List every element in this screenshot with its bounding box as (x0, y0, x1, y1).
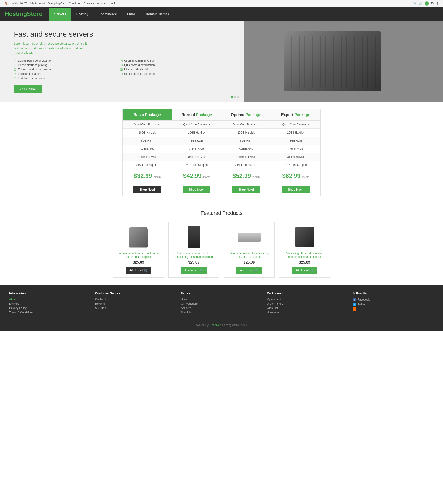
footer-newsletter-link[interactable]: Newsletter (267, 311, 348, 314)
footer-rss-link[interactable]: r RSS (352, 307, 434, 311)
package-optima-button[interactable]: Shop Now! (232, 186, 260, 193)
price-period: /month (302, 176, 309, 178)
add-to-cart-button-3[interactable]: Add to cart 🛒 (236, 267, 262, 274)
hero-dot-3[interactable] (238, 96, 239, 98)
package-feature: Quad Core Processor (123, 121, 172, 129)
hero-title: Fast and secure servers (14, 30, 222, 38)
footer-facebook-link[interactable]: f Facebook (352, 298, 434, 302)
cart-icon[interactable]: 🛒 (419, 2, 423, 5)
logo[interactable]: HostingStore (5, 7, 47, 21)
cart-icon-2: 🛒 (200, 269, 203, 272)
header: HostingStore Servers Hosting Ecommerce E… (0, 7, 443, 21)
package-normal-name: Normal (181, 113, 195, 117)
hero-features: Lorem ipsum dolor sit amet Ut enim ad mi… (14, 59, 222, 80)
footer-privacy-link[interactable]: Privacy Policy (9, 306, 91, 310)
nav-ecommerce[interactable]: Ecommerce (93, 8, 122, 20)
product-visual-3 (238, 233, 261, 242)
package-normal-button[interactable]: Shop Now! (183, 186, 210, 193)
featured-products-section: Featured Products Lorem ipsum dolor sit … (109, 203, 334, 285)
cart-icon-1: 🛒 (144, 269, 148, 272)
product-visual-1 (129, 227, 148, 248)
footer-wish-list-link[interactable]: Wish List (267, 306, 348, 310)
package-feature: Unlimited Mail (271, 153, 321, 161)
package-expert-button[interactable]: Shop Now! (282, 186, 310, 193)
nav-domain-names[interactable]: Domain Names (141, 8, 174, 20)
price-period: /month (202, 176, 210, 178)
feature-item: Elit sed do eiusmod tempor (14, 68, 115, 71)
main-nav: Servers Hosting Ecommerce Email Domain N… (49, 8, 174, 20)
footer-my-account: My Account My Account Order History Wish… (267, 291, 348, 315)
products-grid: Lorem ipsum dolor sit amet conse ctetur … (113, 222, 330, 278)
footer-sitemap-link[interactable]: Site Map (95, 306, 176, 310)
package-feature: Admin Area (271, 145, 321, 153)
product-card-2: Dolor sit amet conse ctetur adipisc-ing … (168, 222, 219, 278)
package-optima-btn-wrap: Shop Now! (222, 183, 271, 196)
hero-dot-1[interactable] (231, 96, 233, 98)
product-image-2 (180, 226, 208, 249)
hero-subtitle: Lorem ipsum dolor sit amet conse ctetur … (14, 41, 92, 55)
footer-gift-vouchers-link[interactable]: Gift Vouchers (181, 302, 262, 306)
footer-about-link[interactable]: About (9, 298, 91, 301)
package-feature: 10GB Hardisk (123, 129, 172, 137)
footer-follow-us: Follow Us f Facebook t Twitter r RSS (352, 291, 434, 315)
add-to-cart-button-2[interactable]: Add to cart 🛒 (181, 267, 206, 274)
hero-shop-now-button[interactable]: Shop Now! (14, 85, 42, 93)
feature-item: Et dolore magna aliqua (14, 77, 115, 80)
package-feature: 8GB Ram (222, 137, 271, 145)
feature-item: Incididunt ut labore (14, 72, 115, 76)
product-price-4: $25.89 (283, 260, 326, 265)
package-feature: 8GB Ram (172, 137, 222, 145)
nav-servers[interactable]: Servers (49, 8, 71, 20)
add-to-cart-button-4[interactable]: Add to cart 🛒 (292, 267, 317, 274)
nav-hosting[interactable]: Hosting (71, 8, 93, 20)
packages-section: Basic Package Quad Core Processor 10GB H… (118, 102, 325, 203)
footer-delivery-link[interactable]: Delivery (9, 302, 91, 306)
product-name-1: Lorem ipsum dolor sit amet conse ctetur … (117, 252, 160, 259)
package-feature: Unlimited Mail (123, 153, 172, 161)
login-link[interactable]: Login (110, 2, 116, 5)
server-image (284, 31, 381, 91)
price-amount: $52.99 (233, 172, 251, 179)
footer-copyright: Hosting Store © 2014. (222, 324, 249, 327)
footer-returns-link[interactable]: Returns (95, 302, 176, 306)
product-name-2: Dolor sit amet conse ctetur adipisc-ing … (172, 252, 215, 259)
product-name-3: Sit amet conse ctetur adipisicing elit, … (228, 252, 271, 259)
footer-opencart-link[interactable]: OpenCart (209, 324, 221, 327)
create-account-link[interactable]: Create an account (84, 2, 106, 5)
feature-item: Quis nostrud exercitation (120, 63, 222, 67)
footer-bottom: Powered By OpenCart Hosting Store © 2014… (9, 320, 434, 327)
footer-terms-link[interactable]: Terms & Conditions (9, 311, 91, 314)
feature-item: Conse ctetur adipisicing (14, 63, 115, 67)
package-feature: 10GB Hardisk (172, 129, 222, 137)
product-visual-2 (187, 226, 200, 248)
add-to-cart-button-1[interactable]: Add to cart 🛒 (126, 267, 151, 274)
footer-brands-link[interactable]: Brands (181, 298, 262, 301)
package-feature: 24/7 Free Support (123, 161, 172, 169)
footer-affiliates-link[interactable]: Affiliates (181, 306, 262, 310)
footer-account-link[interactable]: My Account (267, 298, 348, 301)
twitter-icon: t (352, 303, 356, 306)
footer-specials-link[interactable]: Specials (181, 311, 262, 314)
package-normal-type: Package (196, 113, 212, 117)
feature-item: Ut enim ad minim veniam (120, 59, 222, 63)
nav-email[interactable]: Email (122, 8, 141, 20)
package-basic-btn-wrap: Shop Now! (123, 183, 172, 196)
myaccount-link[interactable]: My Account (30, 2, 45, 5)
wishlist-link[interactable]: Wish List (0) (12, 2, 27, 5)
shoppingcart-link[interactable]: Shopping Cart (48, 2, 66, 5)
package-expert: Expert Package Quad Core Processor 10GB … (271, 109, 321, 196)
language-selector[interactable]: En (431, 2, 435, 5)
package-optima-price: $52.99 /month (222, 169, 271, 183)
currency-selector[interactable]: $ (437, 2, 438, 5)
footer-contact-link[interactable]: Contact Us (95, 298, 176, 301)
package-expert-header: Expert Package (271, 109, 321, 121)
search-icon[interactable]: 🔍 (413, 2, 417, 5)
footer-twitter-link[interactable]: t Twitter (352, 303, 434, 306)
package-feature: Unlimited Mail (172, 153, 222, 161)
top-bar-right: 🔍 🛒 20 En $ (413, 1, 438, 5)
hero-dot-2[interactable] (234, 96, 236, 98)
checkout-link[interactable]: Checkout (69, 2, 80, 5)
package-basic-button[interactable]: Shop Now! (133, 186, 161, 193)
footer-order-history-link[interactable]: Order History (267, 302, 348, 306)
featured-title: Featured Products (113, 210, 330, 216)
